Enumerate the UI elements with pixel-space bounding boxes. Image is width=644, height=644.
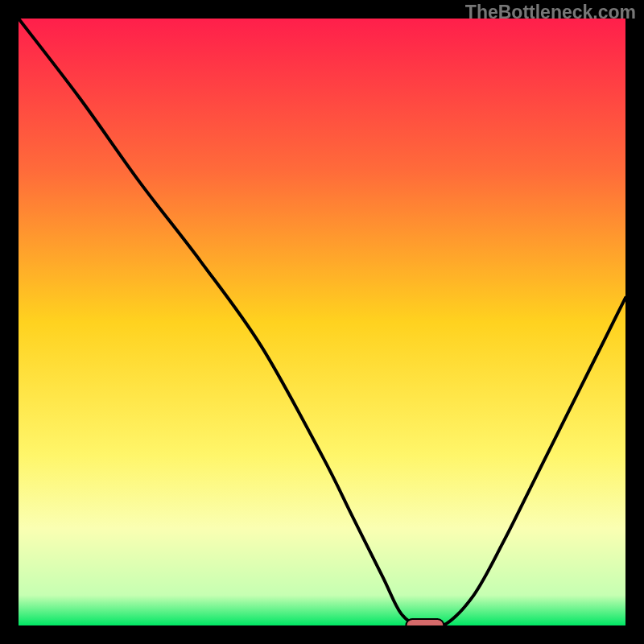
optimal-marker bbox=[406, 618, 445, 625]
watermark-text: TheBottleneck.com bbox=[465, 2, 636, 23]
bottleneck-curve-path bbox=[19, 19, 625, 625]
curve-layer bbox=[19, 19, 625, 625]
plot-area bbox=[19, 19, 625, 625]
chart-stage: TheBottleneck.com bbox=[0, 0, 644, 644]
